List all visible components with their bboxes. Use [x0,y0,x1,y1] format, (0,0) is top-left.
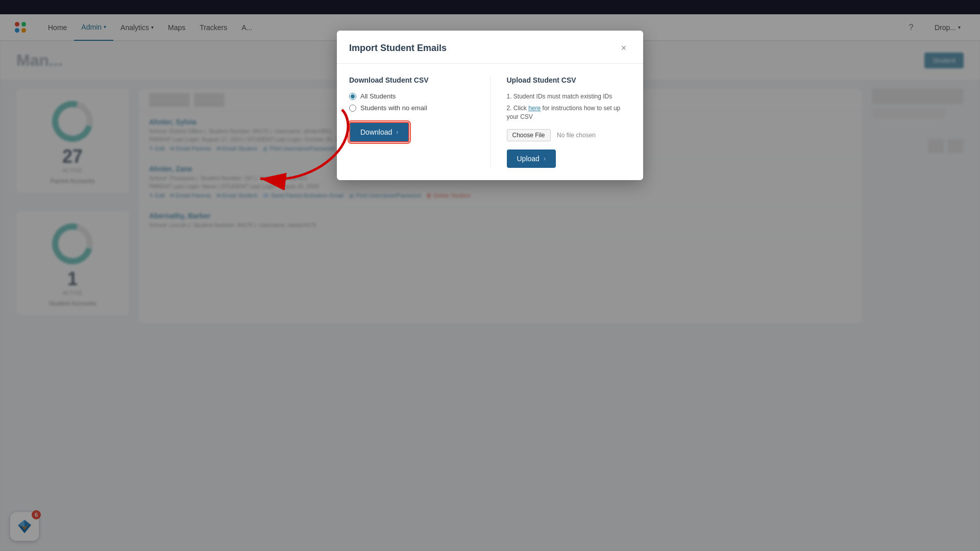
no-email-students-radio[interactable]: Students with no email [349,104,474,112]
no-file-chosen-label: No file chosen [557,132,596,139]
upload-section-title: Upload Student CSV [507,76,631,84]
download-button[interactable]: Download › [349,122,409,142]
upload-instructions: 1. Student IDs must match existing IDs 2… [507,92,631,121]
all-students-radio[interactable]: All Students [349,92,474,100]
upload-section: Upload Student CSV 1. Student IDs must m… [507,76,631,168]
all-students-label: All Students [360,92,396,100]
upload-arrow-icon: › [544,155,546,162]
all-students-radio-input[interactable] [349,93,356,100]
file-input-area: Choose File No file chosen [507,129,631,141]
modal-close-button[interactable]: × [617,41,631,55]
modal-body: Download Student CSV All Students Studen… [337,64,643,180]
modal-title: Import Student Emails [349,43,447,54]
no-email-label: Students with no email [360,104,427,112]
choose-file-button[interactable]: Choose File [507,129,551,141]
download-section: Download Student CSV All Students Studen… [349,76,474,168]
upload-button[interactable]: Upload › [507,149,556,168]
modal-divider [490,76,491,168]
download-section-title: Download Student CSV [349,76,474,84]
student-filter-radios: All Students Students with no email [349,92,474,112]
no-email-radio-input[interactable] [349,105,356,112]
instruction-2: 2. Click here for instructions how to se… [507,104,631,121]
import-student-emails-modal: Import Student Emails × Download Student… [337,31,643,180]
download-arrow-icon: › [396,129,398,136]
modal-header: Import Student Emails × [337,31,643,64]
instructions-link[interactable]: here [528,105,541,112]
instruction-1: 1. Student IDs must match existing IDs [507,92,631,101]
